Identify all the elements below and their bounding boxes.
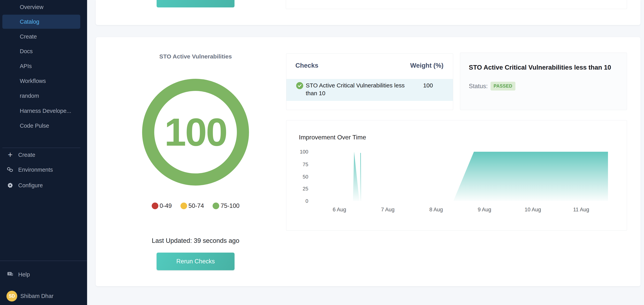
- user-name: Shibam Dhar: [20, 293, 54, 299]
- score-value: 100: [142, 79, 249, 186]
- sidebar-item-workflows[interactable]: Workflows: [0, 74, 87, 88]
- sidebar-action-configure[interactable]: Configure: [0, 180, 87, 191]
- area-spike-1: [353, 152, 360, 201]
- sidebar-item-apis[interactable]: APIs: [0, 59, 87, 73]
- previous-chart-card-partial: [286, 0, 627, 9]
- y-tick-75: 75: [302, 162, 308, 167]
- x-tick-8aug: 8 Aug: [429, 207, 443, 213]
- sidebar-item-catalog[interactable]: Catalog: [2, 15, 80, 29]
- legend-dot-yellow: [180, 203, 187, 209]
- y-tick-0: 0: [306, 198, 308, 204]
- svg-text:?: ?: [8, 272, 10, 276]
- check-weight: 100: [412, 81, 444, 89]
- area-spike-2: [360, 153, 361, 201]
- legend-item-high: 75-100: [212, 202, 240, 209]
- sidebar-item-code-pulse[interactable]: Code Pulse: [0, 119, 87, 133]
- help-icon: ?: [6, 271, 14, 278]
- y-tick-100: 100: [300, 149, 308, 155]
- area-main: [453, 152, 608, 201]
- sidebar-action-label: Environments: [18, 167, 53, 173]
- improvement-area-chart: 100 75 50 25 0 6 Aug 7 Aug 8 Aug 9 Aug 1…: [286, 120, 627, 231]
- gear-icon: [6, 182, 14, 189]
- sidebar-divider: [2, 148, 80, 148]
- y-tick-25: 25: [302, 186, 308, 192]
- check-name: STO Active Critical Vulnerabilities less…: [306, 81, 412, 97]
- environments-icon: [6, 166, 14, 173]
- table-row[interactable]: STO Active Critical Vulnerabilities less…: [286, 79, 453, 101]
- legend-item-low: 0-49: [152, 202, 172, 209]
- x-tick-7aug: 7 Aug: [381, 207, 394, 213]
- sidebar-item-harness-developer[interactable]: Harness Develope...: [0, 104, 87, 118]
- sidebar-item-overview[interactable]: Overview: [0, 0, 87, 14]
- user-menu[interactable]: SD Shibam Dhar: [0, 290, 87, 302]
- legend-label: 50-74: [188, 202, 204, 209]
- status-row: Status: PASSED: [469, 82, 516, 90]
- sidebar-item-random[interactable]: random: [0, 89, 87, 103]
- last-updated-text: Last Updated: 39 seconds ago: [96, 237, 296, 244]
- improvement-chart-card: Improvement Over Time 100 75 50 25 0: [286, 120, 627, 231]
- sidebar-action-environments[interactable]: Environments: [0, 164, 87, 176]
- x-tick-10aug: 10 Aug: [524, 207, 541, 213]
- sidebar-item-create[interactable]: Create: [0, 29, 87, 44]
- status-label: Status:: [469, 83, 488, 90]
- previous-scorecard-card-partial: [96, 0, 640, 25]
- avatar: SD: [6, 291, 17, 302]
- scorecard-title: STO Active Vulnerabilities: [96, 53, 296, 60]
- legend-dot-green: [212, 203, 219, 209]
- x-tick-6aug: 6 Aug: [332, 207, 346, 213]
- scorecard-page: Overview Catalog Create Docs APIs Workfl…: [0, 0, 644, 305]
- checks-column-header: Checks: [296, 62, 410, 69]
- checks-table-header: Checks Weight (%): [286, 62, 453, 69]
- weight-column-header: Weight (%): [410, 62, 444, 69]
- scorecard-detail-card: STO Active Vulnerabilities 100 0-49 50-7…: [96, 37, 640, 286]
- status-badge: PASSED: [490, 82, 516, 90]
- legend-label: 75-100: [220, 202, 240, 209]
- help-label: Help: [18, 271, 30, 278]
- plus-icon: +: [6, 151, 14, 159]
- x-tick-11aug: 11 Aug: [573, 207, 589, 213]
- score-gauge: 100: [142, 79, 249, 186]
- legend-item-mid: 50-74: [180, 202, 204, 209]
- rerun-checks-button[interactable]: Rerun Checks: [156, 253, 234, 270]
- score-legend: 0-49 50-74 75-100: [96, 202, 296, 209]
- sidebar-item-docs[interactable]: Docs: [0, 44, 87, 58]
- sidebar-action-label: Configure: [18, 182, 43, 189]
- sidebar: Overview Catalog Create Docs APIs Workfl…: [0, 0, 87, 305]
- sidebar-bottom-divider: [0, 261, 87, 261]
- sidebar-action-label: Create: [18, 152, 35, 158]
- legend-label: 0-49: [160, 202, 172, 209]
- checks-table-card: Checks Weight (%) STO Active Critical Vu…: [286, 53, 453, 110]
- previous-rerun-button-partial[interactable]: [156, 0, 234, 7]
- score-gauge-section: STO Active Vulnerabilities 100 0-49 50-7…: [96, 37, 296, 286]
- y-tick-50: 50: [302, 174, 308, 180]
- check-passed-icon: [296, 82, 303, 89]
- x-tick-9aug: 9 Aug: [478, 207, 491, 213]
- sidebar-action-create[interactable]: + Create: [0, 149, 87, 161]
- check-detail-panel: STO Active Critical Vulnerabilities less…: [460, 53, 627, 110]
- legend-dot-red: [152, 203, 158, 209]
- sidebar-help[interactable]: ? Help: [0, 269, 87, 280]
- check-detail-title: STO Active Critical Vulnerabilities less…: [469, 64, 618, 71]
